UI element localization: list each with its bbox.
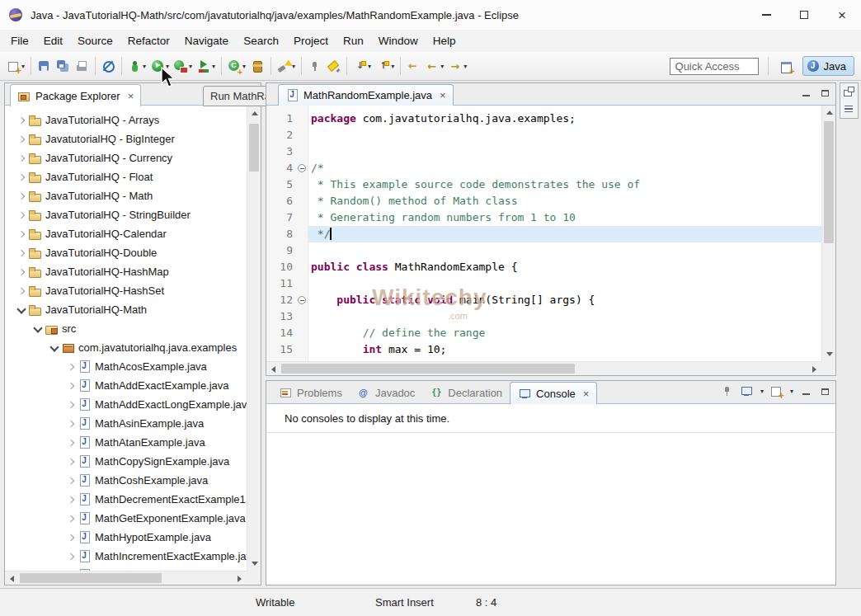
expand-chevron-icon[interactable]	[64, 493, 78, 506]
code-line-14[interactable]: // define the range	[308, 325, 821, 341]
dropdown-arrow-icon[interactable]: ▾	[440, 63, 444, 70]
mark-occurrences-button[interactable]	[325, 55, 342, 77]
open-console-icon[interactable]	[769, 384, 783, 398]
expand-chevron-icon[interactable]	[64, 417, 78, 430]
expand-chevron-icon[interactable]	[64, 379, 78, 393]
tree-item-javatutorialhq-biginteger[interactable]: JavatutorialHQ - BigInteger	[5, 129, 247, 148]
tree-item-mathatanexample-java[interactable]: MathAtanExample.java	[5, 433, 247, 452]
expand-chevron-icon[interactable]	[15, 152, 28, 165]
dropdown-arrow-icon[interactable]: ▾	[760, 388, 764, 395]
fold-marker-icon[interactable]	[298, 164, 306, 172]
skip-breakpoints-button[interactable]	[100, 55, 117, 77]
tree-item-javatutorialhq-stringbuilder[interactable]: JavaTutorialHQ - StringBuilder	[5, 205, 247, 224]
tree-item-javatutorialhq-hashmap[interactable]: JavaTutorialHQ-HashMap	[5, 262, 247, 281]
code-line-15[interactable]: int max = 10;	[308, 341, 821, 358]
dropdown-arrow-icon[interactable]: ▾	[143, 63, 146, 70]
collapse-chevron-icon[interactable]	[31, 322, 45, 336]
tree-item-mathaddexactexample-java[interactable]: MathAddExactExample.java	[5, 376, 247, 395]
tree-item-mathasinexample-java[interactable]: MathAsinExample.java	[5, 414, 247, 433]
tree-item-javatutorialhq-currency[interactable]: JavaTutorialHQ - Currency	[5, 148, 247, 167]
last-edit-location-button[interactable]	[405, 55, 422, 77]
close-window-button[interactable]: ×	[823, 0, 861, 30]
dropdown-arrow-icon[interactable]: ▾	[212, 63, 215, 70]
restore-view-button[interactable]	[841, 84, 857, 100]
previous-annotation-button[interactable]: ▾	[374, 55, 396, 77]
back-button[interactable]: ▾	[424, 55, 445, 77]
expand-chevron-icon[interactable]	[15, 247, 28, 260]
dropdown-arrow-icon[interactable]: ▾	[368, 63, 371, 70]
expand-chevron-icon[interactable]	[64, 436, 78, 449]
new-class-button[interactable]: ▾	[226, 55, 247, 77]
print-button[interactable]	[73, 55, 91, 77]
menu-run[interactable]: Run	[336, 30, 371, 52]
menu-file[interactable]: File	[3, 30, 36, 52]
editor-tab-mathrandomexample[interactable]: MathRandomExample.java ×	[278, 84, 454, 106]
minimize-view-button[interactable]	[799, 385, 812, 398]
code-line-11[interactable]	[308, 275, 821, 292]
menu-search[interactable]: Search	[236, 30, 286, 52]
menu-refactor[interactable]: Refactor	[120, 30, 177, 52]
maximize-window-button[interactable]	[785, 0, 823, 30]
tree-item-javatutorialhq-calendar[interactable]: JavaTutorialHQ-Calendar	[5, 224, 247, 243]
close-tab-icon[interactable]: ×	[583, 388, 590, 399]
scroll-right-button[interactable]	[807, 362, 821, 376]
expand-chevron-icon[interactable]	[15, 228, 28, 241]
editor-vscrollbar[interactable]	[821, 106, 835, 361]
scroll-down-button[interactable]	[822, 347, 836, 361]
code-line-13[interactable]	[308, 308, 821, 325]
tree-item-mathdecrementexactexample1[interactable]: MathDecrementExactExample1.	[5, 490, 247, 509]
tree-item-javatutorialhq-double[interactable]: JavaTutorialHQ-Double	[5, 243, 247, 262]
code-area[interactable]: package com.javatutorialhq.java.examples…	[308, 106, 821, 361]
save-all-button[interactable]	[54, 55, 72, 77]
code-line-9[interactable]	[308, 242, 821, 259]
scroll-up-button[interactable]	[247, 106, 261, 120]
scroll-left-button[interactable]	[266, 362, 280, 376]
expand-chevron-icon[interactable]	[15, 209, 28, 222]
vscroll-thumb[interactable]	[824, 121, 834, 243]
forward-button[interactable]: ▾	[447, 55, 468, 77]
next-annotation-button[interactable]: ▾	[351, 55, 373, 77]
code-line-4[interactable]: /*	[308, 160, 821, 176]
expand-chevron-icon[interactable]	[64, 398, 78, 411]
tab-console[interactable]: Console×	[510, 382, 597, 404]
save-button[interactable]	[35, 55, 53, 77]
dropdown-arrow-icon[interactable]: ▾	[242, 63, 246, 70]
pin-editor-button[interactable]	[306, 55, 323, 77]
scroll-right-button[interactable]	[233, 571, 247, 585]
quick-access-input[interactable]	[670, 58, 759, 75]
collapse-chevron-icon[interactable]	[15, 303, 28, 317]
tab-declaration[interactable]: Declaration	[422, 382, 510, 404]
code-line-2[interactable]	[308, 127, 821, 143]
code-line-3[interactable]	[308, 143, 821, 160]
dropdown-arrow-icon[interactable]: ▾	[463, 63, 467, 70]
java-perspective-button[interactable]: Java	[802, 56, 854, 76]
tree-item-mathacosexample-java[interactable]: MathAcosExample.java	[5, 357, 247, 376]
tree-item-mathcopysignexample-java[interactable]: MathCopySignExample.java	[5, 452, 247, 471]
close-tab-icon[interactable]: ×	[440, 90, 446, 101]
expand-chevron-icon[interactable]	[15, 190, 28, 203]
expand-chevron-icon[interactable]	[64, 512, 78, 525]
collapse-chevron-icon[interactable]	[48, 341, 61, 355]
run-button[interactable]: ▾	[149, 55, 171, 77]
expand-chevron-icon[interactable]	[64, 474, 78, 487]
expand-chevron-icon[interactable]	[64, 455, 78, 468]
editor-hscrollbar[interactable]	[266, 361, 821, 375]
tree-item-mathgetexponentexample-java[interactable]: MathGetExponentExample.java	[5, 509, 247, 528]
expand-chevron-icon[interactable]	[15, 171, 28, 184]
package-explorer-tab[interactable]: Package Explorer ×	[10, 84, 141, 106]
close-view-icon[interactable]: ×	[128, 91, 134, 101]
code-line-1[interactable]: package com.javatutorialhq.java.examples…	[308, 111, 821, 127]
maximize-view-button[interactable]	[818, 385, 831, 398]
vscroll-thumb[interactable]	[249, 124, 259, 172]
tab-javadoc[interactable]: Javadoc	[350, 382, 422, 404]
menu-source[interactable]: Source	[70, 30, 120, 52]
expand-chevron-icon[interactable]	[15, 133, 28, 146]
fold-marker-icon[interactable]	[298, 296, 306, 304]
code-line-6[interactable]: * Random() method of Math class	[308, 193, 821, 209]
menu-edit[interactable]: Edit	[36, 30, 70, 52]
code-line-7[interactable]: * Generating random numbers from 1 to 10	[308, 209, 821, 226]
expand-chevron-icon[interactable]	[15, 114, 28, 127]
scroll-left-button[interactable]	[5, 571, 19, 585]
expand-chevron-icon[interactable]	[64, 550, 78, 563]
package-explorer-hscrollbar[interactable]	[5, 571, 247, 585]
